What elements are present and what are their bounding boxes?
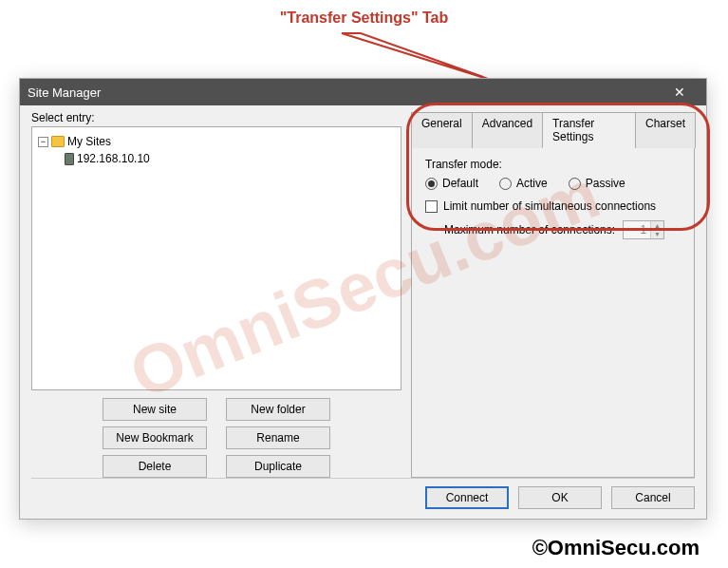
tab-transfer-settings[interactable]: Transfer Settings	[542, 112, 636, 148]
radio-passive[interactable]: Passive	[569, 177, 625, 190]
radio-passive-label: Passive	[586, 177, 625, 190]
connect-button[interactable]: Connect	[425, 486, 509, 509]
watermark-footer: ©OmniSecu.com	[532, 536, 700, 560]
site-tree[interactable]: − My Sites 192.168.10.10	[31, 126, 401, 390]
tree-root-label: My Sites	[67, 135, 111, 148]
tab-charset[interactable]: Charset	[635, 112, 696, 148]
max-connections-spinner[interactable]: ▲ ▼	[623, 220, 664, 239]
duplicate-button[interactable]: Duplicate	[226, 455, 330, 478]
radio-active-label: Active	[516, 177, 548, 190]
tab-general[interactable]: General	[411, 112, 473, 148]
radio-icon	[499, 178, 512, 190]
checkbox-icon	[425, 200, 438, 213]
titlebar: Site Manager ✕	[20, 79, 706, 105]
tree-child-label: 192.168.10.10	[77, 152, 150, 165]
radio-default-label: Default	[442, 177, 478, 190]
radio-default[interactable]: Default	[425, 177, 478, 190]
server-icon	[65, 153, 74, 165]
radio-icon	[425, 178, 438, 190]
tree-root-row[interactable]: − My Sites	[36, 133, 397, 150]
limit-connections-label: Limit number of simultaneous connections	[443, 199, 656, 213]
tabbar: General Advanced Transfer Settings Chars…	[411, 111, 695, 147]
new-site-button[interactable]: New site	[103, 398, 207, 421]
ok-button[interactable]: OK	[518, 486, 602, 509]
max-connections-input[interactable]	[624, 221, 650, 238]
limit-connections-checkbox[interactable]: Limit number of simultaneous connections	[425, 199, 681, 213]
transfer-settings-panel: Transfer mode: Default Active Passive	[411, 147, 695, 478]
cancel-button[interactable]: Cancel	[611, 486, 695, 509]
annotation-label: "Transfer Settings" Tab	[280, 9, 449, 27]
radio-icon	[569, 178, 581, 190]
tree-child-row[interactable]: 192.168.10.10	[36, 150, 397, 167]
spinner-up-icon[interactable]: ▲	[651, 221, 663, 230]
new-bookmark-button[interactable]: New Bookmark	[103, 426, 207, 449]
tab-advanced[interactable]: Advanced	[472, 112, 543, 148]
window-title: Site Manager	[28, 85, 101, 100]
folder-icon	[51, 136, 65, 147]
radio-active[interactable]: Active	[499, 177, 548, 190]
close-icon[interactable]: ✕	[661, 79, 699, 105]
site-manager-window: Site Manager ✕ Select entry: − My Sites …	[19, 78, 707, 520]
collapse-icon[interactable]: −	[38, 137, 48, 147]
delete-button[interactable]: Delete	[103, 455, 207, 478]
new-folder-button[interactable]: New folder	[226, 398, 330, 421]
spinner-down-icon[interactable]: ▼	[651, 230, 663, 238]
transfer-mode-group: Default Active Passive	[425, 177, 681, 190]
select-entry-label: Select entry:	[31, 111, 401, 124]
max-connections-label: Maximum number of connections:	[444, 223, 615, 237]
transfer-mode-label: Transfer mode:	[425, 158, 681, 171]
rename-button[interactable]: Rename	[226, 426, 330, 449]
dialog-button-bar: Connect OK Cancel	[31, 478, 695, 509]
annotation-arrow	[332, 28, 522, 85]
